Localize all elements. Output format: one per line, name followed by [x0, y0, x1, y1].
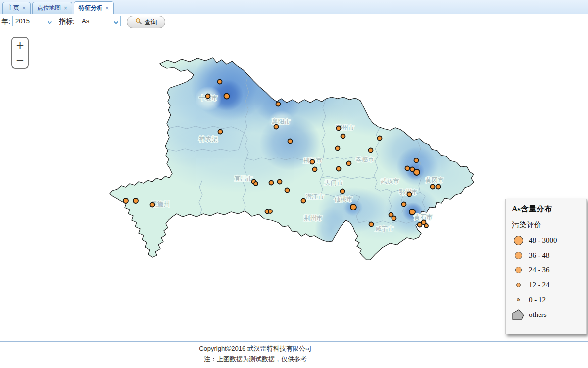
search-icon [135, 18, 142, 26]
site-marker[interactable] [414, 158, 419, 163]
year-select[interactable]: 2015 [12, 16, 54, 26]
city-label: 天门市 [324, 179, 343, 186]
disclaimer-text: 注：上图数据为测试数据，仅供参考 [0, 354, 510, 364]
query-button-label: 查询 [145, 18, 157, 27]
legend-row: 36 - 48 [512, 248, 586, 263]
tab-label: 特征分析 [79, 4, 102, 12]
legend-items: 48 - 300036 - 4824 - 3612 - 240 - 12 [512, 233, 586, 307]
footer: Copyright©2016 武汉雷特科技有限公司 注：上图数据为测试数据，仅供… [0, 342, 510, 364]
city-label: 宜昌市 [234, 175, 253, 182]
site-marker[interactable] [268, 210, 272, 213]
indicator-select[interactable]: As [79, 16, 121, 26]
legend-row: 24 - 36 [512, 263, 586, 277]
site-marker[interactable] [350, 204, 356, 210]
city-label: 孝感市 [355, 156, 374, 163]
legend-item-label: 12 - 24 [529, 281, 550, 289]
site-marker[interactable] [276, 102, 281, 106]
site-marker[interactable] [378, 136, 382, 141]
map-zoom-control: + − [11, 37, 29, 69]
legend-circle-icon [512, 236, 525, 245]
city-label: 咸宁市 [375, 225, 394, 232]
site-marker[interactable] [424, 224, 428, 228]
site-marker[interactable] [274, 125, 279, 129]
city-label: 武汉市 [380, 178, 399, 185]
legend-row: 0 - 12 [512, 292, 586, 307]
tab-3[interactable]: 特征分析× [74, 1, 114, 14]
site-marker[interactable] [150, 203, 155, 207]
legend-others-label: others [529, 311, 547, 319]
region-polygon-icon [512, 309, 525, 320]
close-icon[interactable]: × [64, 5, 67, 11]
site-marker[interactable] [392, 216, 396, 221]
zoom-in-button[interactable]: + [12, 38, 28, 53]
site-marker[interactable] [405, 166, 410, 171]
toolbar: 年: 2015 指标: As 查询 [0, 14, 588, 28]
tab-2[interactable]: 点位地图× [32, 2, 72, 14]
tab-bar: 主页×点位地图×特征分析× [0, 0, 588, 14]
site-marker[interactable] [123, 198, 128, 203]
map-panel: 十堰市襄阳市神农架随州市荆门市孝感市宜昌市天门市潜江市仙桃市荆州市武汉市黄冈市鄂… [0, 28, 588, 342]
site-marker[interactable] [278, 180, 282, 184]
legend-item-label: 48 - 3000 [529, 236, 557, 245]
year-label: 年: [1, 17, 10, 26]
site-marker[interactable] [431, 185, 435, 189]
chevron-down-icon [113, 19, 119, 26]
indicator-label: 指标: [59, 17, 75, 26]
site-marker[interactable] [341, 189, 345, 194]
legend-row: 12 - 24 [512, 277, 586, 292]
site-marker[interactable] [414, 169, 420, 175]
legend-item-label: 24 - 36 [529, 266, 550, 274]
site-marker[interactable] [269, 181, 274, 185]
copyright-text: Copyright©2016 武汉雷特科技有限公司 [0, 343, 510, 354]
site-marker[interactable] [407, 192, 412, 197]
site-marker[interactable] [133, 198, 138, 203]
city-label: 仙桃市 [334, 196, 353, 203]
site-marker[interactable] [347, 161, 351, 166]
site-marker[interactable] [436, 185, 441, 189]
site-marker[interactable] [285, 188, 290, 193]
site-marker[interactable] [301, 199, 306, 203]
legend-circle-icon [512, 283, 525, 287]
tab-label: 主页 [7, 4, 19, 12]
legend-title: As含量分布 [512, 204, 586, 214]
site-marker[interactable] [337, 126, 341, 131]
site-marker[interactable] [288, 139, 293, 144]
close-icon[interactable]: × [105, 5, 109, 11]
site-marker[interactable] [313, 167, 317, 172]
tab-label: 点位地图 [37, 4, 61, 12]
site-marker[interactable] [254, 182, 258, 186]
site-marker[interactable] [218, 80, 222, 84]
site-marker[interactable] [409, 209, 415, 215]
legend-row: 48 - 3000 [512, 233, 586, 248]
chevron-down-icon [47, 19, 52, 26]
legend-circle-icon [512, 298, 525, 301]
legend-row-others: others [512, 307, 586, 322]
tab-1[interactable]: 主页× [2, 2, 31, 14]
map-canvas[interactable]: 十堰市襄阳市神农架随州市荆门市孝感市宜昌市天门市潜江市仙桃市荆州市武汉市黄冈市鄂… [0, 28, 588, 341]
zoom-out-button[interactable]: − [12, 53, 28, 68]
legend-item-label: 36 - 48 [529, 251, 550, 260]
legend-subtitle: 污染评价 [512, 220, 586, 230]
city-label: 荆州市 [304, 215, 323, 222]
city-label: 黄冈市 [425, 177, 444, 184]
indicator-select-value: As [82, 17, 89, 25]
legend-circle-icon [512, 267, 525, 273]
site-marker[interactable] [402, 202, 406, 207]
city-label: 神农架 [198, 136, 218, 143]
query-button[interactable]: 查询 [127, 16, 165, 28]
site-marker[interactable] [336, 146, 340, 151]
site-marker[interactable] [310, 160, 315, 164]
site-marker[interactable] [206, 94, 210, 99]
app-window: 主页×点位地图×特征分析× 年: 2015 指标: As 查询 [0, 0, 588, 368]
legend-item-label: 0 - 12 [529, 296, 546, 304]
site-marker[interactable] [337, 167, 341, 171]
year-select-value: 2015 [15, 17, 30, 25]
site-marker[interactable] [341, 134, 345, 139]
site-marker[interactable] [369, 148, 373, 153]
city-label: 潜江市 [305, 193, 324, 200]
site-marker[interactable] [218, 130, 223, 134]
site-marker[interactable] [369, 222, 374, 227]
map-legend: As含量分布 污染评价 48 - 300036 - 4824 - 3612 - … [505, 199, 587, 334]
close-icon[interactable]: × [22, 5, 26, 11]
site-marker[interactable] [224, 94, 230, 99]
